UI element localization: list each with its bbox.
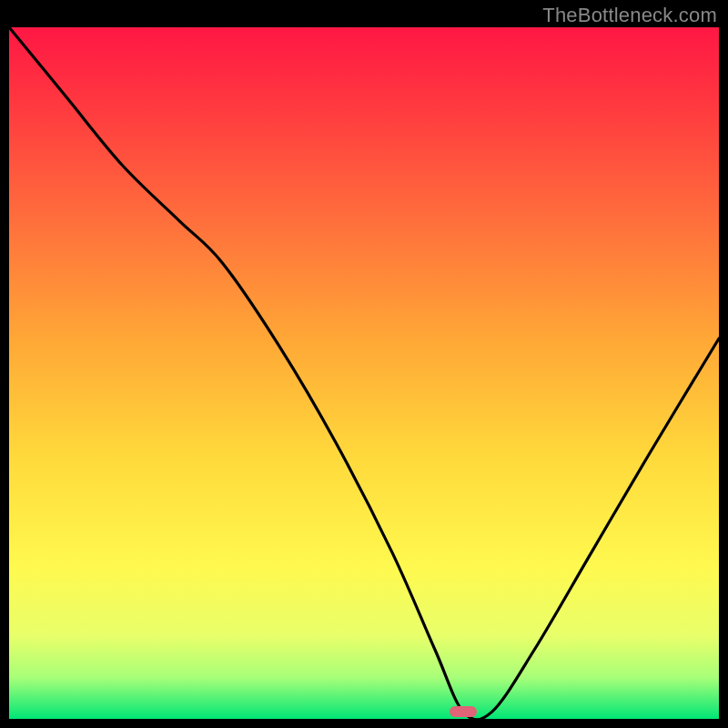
watermark-text: TheBottleneck.com (542, 4, 717, 27)
chart-frame (9, 27, 719, 719)
svg-rect-0 (9, 27, 719, 719)
chart-background-gradient (9, 27, 719, 719)
optimal-point-marker (450, 706, 477, 717)
